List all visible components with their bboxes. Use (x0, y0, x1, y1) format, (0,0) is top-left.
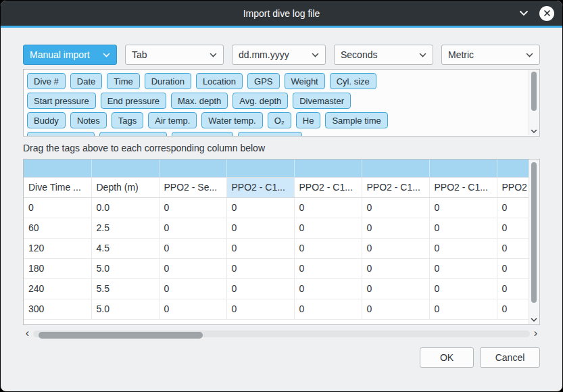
close-button[interactable] (539, 6, 554, 21)
tag-chip[interactable]: Avg. depth (232, 93, 288, 109)
table-row: 1204.5000000 (24, 238, 529, 258)
chevron-down-icon (419, 53, 426, 57)
column-header[interactable]: Depth (m) (91, 177, 159, 197)
column-drop-target[interactable] (429, 160, 497, 177)
column-header[interactable]: PPO2 - C1... (294, 177, 362, 197)
table-cell: 0 (429, 258, 497, 278)
tag-chip[interactable]: Sample depth (27, 132, 95, 137)
cancel-button[interactable]: Cancel (480, 347, 540, 368)
table-cell: 120 (24, 238, 91, 258)
tag-chip[interactable]: Start pressure (27, 93, 96, 109)
table-cell: 0.0 (91, 197, 159, 218)
tag-chip[interactable]: Date (70, 73, 102, 89)
tag-chip[interactable]: Buddy (27, 112, 66, 128)
date-format-combo[interactable]: dd.mm.yyyy (232, 45, 326, 65)
tag-chip[interactable]: Weight (285, 73, 325, 89)
combo-value: Seconds (341, 49, 377, 60)
drag-hint-label: Drag the tags above to each correspondin… (23, 143, 540, 155)
horizontal-scrollbar-thumb[interactable] (39, 332, 203, 339)
tag-chip[interactable]: GPS (247, 73, 279, 89)
table-cell: 0 (159, 299, 226, 319)
horizontal-scrollbar-track[interactable] (33, 330, 530, 337)
tag-chip[interactable]: Dive # (27, 73, 66, 89)
column-header[interactable]: PPO2 - C1... (429, 177, 497, 197)
tag-chip[interactable]: Max. depth (171, 93, 228, 109)
tag-chip[interactable]: Sample temp. (99, 132, 167, 137)
import-dialog: Import dive log file Manual importTabdd.… (0, 0, 563, 392)
table-row: 3005.0000000 (24, 299, 529, 319)
field-separator-combo[interactable]: Tab (125, 45, 224, 65)
tag-chip[interactable]: Tags (112, 112, 143, 128)
table-cell: 0 (294, 197, 362, 218)
table-cell: 0 (497, 197, 529, 218)
column-drop-target[interactable] (226, 160, 294, 177)
tag-chip[interactable]: Sample pO₂ (172, 132, 232, 137)
table-cell: 240 (24, 278, 91, 299)
table-scrollbar-thumb[interactable] (531, 162, 537, 303)
column-drop-target[interactable] (294, 160, 362, 177)
table-cell: 0 (429, 299, 497, 319)
horizontal-scrollbar[interactable]: ‹ › (23, 329, 540, 339)
column-drop-target[interactable] (159, 160, 226, 177)
tag-row: BuddyNotesTagsAir temp.Water temp.O₂HeSa… (27, 112, 526, 128)
preview-table-area: Dive Time ...Depth (m)PPO2 - Se...PPO2 -… (23, 159, 540, 325)
scroll-left-icon[interactable]: ‹ (23, 328, 32, 338)
column-drop-target[interactable] (24, 160, 91, 177)
tag-chip[interactable]: Air temp. (148, 112, 197, 128)
tag-chip[interactable]: Time (107, 73, 139, 89)
column-header[interactable]: Dive Time ... (24, 177, 91, 197)
table-cell: 0 (362, 218, 429, 238)
tag-chip[interactable]: Notes (70, 112, 107, 128)
table-cell: 0 (226, 218, 294, 238)
scroll-down-icon[interactable] (529, 129, 539, 134)
scroll-right-icon[interactable]: › (531, 328, 540, 338)
table-cell: 4.5 (91, 238, 159, 258)
combo-value: dd.mm.yyyy (239, 49, 289, 60)
table-cell: 0 (362, 258, 429, 278)
minimize-button[interactable] (516, 6, 531, 21)
table-cell: 0 (429, 278, 497, 299)
tag-chip[interactable]: Duration (145, 73, 191, 89)
tag-chip[interactable]: Divemaster (293, 93, 351, 109)
table-scrollbar[interactable] (529, 160, 539, 324)
tag-row: Dive #DateTimeDurationLocationGPSWeightC… (27, 73, 526, 89)
column-drop-target[interactable] (497, 160, 529, 177)
chevron-down-icon (519, 10, 529, 16)
table-row: 2405.5000000 (24, 278, 529, 299)
preview-table: Dive Time ...Depth (m)PPO2 - Se...PPO2 -… (24, 160, 529, 320)
tag-chip[interactable]: O₂ (268, 112, 291, 128)
table-cell: 0 (362, 278, 429, 299)
column-header[interactable]: PPO2 - C1... (362, 177, 429, 197)
table-cell: 0 (294, 238, 362, 258)
tag-chip[interactable]: End pressure (101, 93, 166, 109)
dialog-body: Manual importTabdd.mm.yyyySecondsMetric … (1, 28, 562, 391)
scroll-down-icon[interactable] (529, 318, 539, 322)
column-header[interactable]: PPO2 - Se... (159, 177, 226, 197)
table-cell: 0 (294, 278, 362, 299)
tag-chip[interactable]: Sample CNS (238, 132, 302, 137)
column-drop-target[interactable] (91, 160, 159, 177)
import-mode-combo[interactable]: Manual import (23, 45, 117, 65)
table-cell: 0 (294, 218, 362, 238)
tag-chip[interactable]: Water temp. (201, 112, 262, 128)
tag-chip[interactable]: He (296, 112, 321, 128)
table-cell: 0 (159, 278, 226, 299)
table-row: 1805.0000000 (24, 258, 529, 278)
column-header[interactable]: PPO2 (497, 177, 529, 197)
table-cell: 0 (159, 197, 226, 218)
table-cell: 0 (226, 197, 294, 218)
tag-scrollbar[interactable] (529, 70, 539, 135)
tag-scrollbar-thumb[interactable] (531, 72, 537, 111)
units-combo[interactable]: Metric (441, 45, 540, 65)
table-cell: 0 (497, 258, 529, 278)
tag-chip[interactable]: Cyl. size (330, 73, 376, 89)
column-header[interactable]: PPO2 - C1... (226, 177, 294, 197)
tag-chip[interactable]: Sample time (325, 112, 387, 128)
screen: Import dive log file Manual importTabdd.… (0, 0, 563, 392)
time-format-combo[interactable]: Seconds (334, 45, 433, 65)
column-drop-target[interactable] (362, 160, 429, 177)
ok-button[interactable]: OK (420, 347, 474, 368)
tag-chip[interactable]: Location (196, 73, 243, 89)
titlebar[interactable]: Import dive log file (1, 1, 562, 26)
table-cell: 0 (429, 197, 497, 218)
